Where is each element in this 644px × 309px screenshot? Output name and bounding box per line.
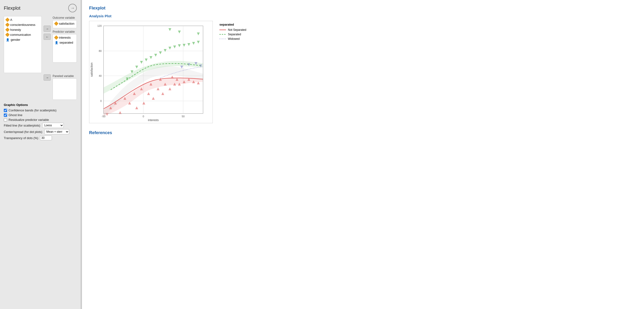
svg-text:80: 80 — [99, 50, 102, 52]
outcome-variable-drop[interactable]: satisfaction — [52, 20, 77, 28]
legend-label-separated: Separated — [228, 33, 241, 36]
var-label-a: A — [10, 18, 12, 22]
svg-text:interests: interests — [148, 118, 158, 122]
var-item-conscientiousness[interactable]: conscientiousness — [4, 22, 42, 27]
outcome-variable-section: Outcome variable satisfaction — [52, 16, 77, 28]
arrow-right-button[interactable]: → — [44, 26, 51, 32]
predictor-var-separated-label: separated — [60, 41, 73, 44]
diamond-icon — [54, 21, 58, 26]
predictor-var-interests: interests — [54, 35, 75, 40]
paneled-section: Paneled variable — [52, 74, 77, 100]
var-item-gender[interactable]: 👤 gender — [4, 37, 42, 42]
predictor-variable-label: Predictor variable — [52, 30, 77, 34]
transparency-input[interactable] — [40, 136, 52, 140]
nav-arrow-button[interactable]: → — [68, 4, 77, 12]
references-title: References — [89, 130, 637, 135]
ghost-line-checkbox[interactable] — [4, 114, 7, 117]
arrow-buttons: → ← — [44, 16, 51, 40]
plot-area: 120 80 40 0 -50 0 50 satisfaction intere… — [89, 21, 213, 123]
right-panel: Flexplot Analysis Plot — [82, 0, 644, 309]
legend-area: separated Not Separated Separated Widowe… — [216, 21, 249, 44]
diamond-icon — [5, 32, 10, 37]
legend-title: separated — [220, 23, 246, 26]
paneled-variable-drop[interactable] — [52, 78, 77, 100]
var-label-gender: gender — [11, 38, 20, 42]
svg-text:50: 50 — [182, 115, 184, 118]
svg-text:40: 40 — [99, 74, 102, 77]
person-icon-gender: 👤 — [6, 38, 10, 42]
legend-item-not-separated: Not Separated — [220, 28, 246, 32]
var-label-conscientiousness: conscientiousness — [10, 23, 35, 26]
variable-list[interactable]: A conscientiousness honesty communicatio… — [4, 16, 42, 73]
residualize-checkbox[interactable] — [4, 118, 7, 122]
fitted-line-row: Fitted line (for scatterplots) Loess Reg… — [4, 123, 77, 128]
ghost-line-row: Ghost line — [4, 113, 77, 117]
graphic-options-title: Graphic Options — [4, 103, 77, 107]
diamond-icon — [5, 18, 10, 22]
left-panel: Flexplot → A conscientiousness honesty c… — [0, 0, 80, 309]
legend-line-separated-svg — [220, 33, 226, 36]
predictor-variable-section: Predictor variable interests 👤 separated — [52, 30, 77, 62]
outcome-var-satisfaction: satisfaction — [54, 21, 75, 26]
legend-line-not-separated-svg — [220, 28, 226, 31]
app-title: Flexplot — [4, 6, 20, 11]
app-title-bar: Flexplot → — [4, 4, 77, 12]
svg-text:0: 0 — [143, 115, 144, 118]
legend-item-widowed: Widowed — [220, 37, 246, 40]
transparency-row: Transparency of dots (%) — [4, 136, 77, 140]
paneled-variable-label: Paneled variable — [52, 74, 77, 78]
references-section: References — [89, 130, 637, 135]
residualize-label: Residualize predictor variable — [8, 118, 49, 122]
confidence-bands-label: Confidence bands (for scatterplots) — [8, 108, 56, 112]
graphic-options: Graphic Options Confidence bands (for sc… — [4, 103, 77, 142]
fitted-line-select[interactable]: Loess Regression Quadratic Cubic None — [42, 123, 64, 128]
variables-row: A conscientiousness honesty communicatio… — [4, 16, 77, 73]
analysis-plot-title: Analysis Plot — [89, 14, 637, 18]
ghost-line-label: Ghost line — [8, 113, 22, 117]
fitted-line-label: Fitted line (for scatterplots) — [4, 124, 40, 127]
svg-text:0: 0 — [100, 100, 102, 102]
chart-svg: 120 80 40 0 -50 0 50 satisfaction intere… — [89, 21, 212, 123]
center-spread-label: Center/spread (for dot plots) — [4, 130, 42, 134]
person-icon-separated: 👤 — [55, 41, 58, 44]
outcome-var-satisfaction-label: satisfaction — [59, 22, 74, 25]
legend-label-not-separated: Not Separated — [228, 28, 246, 32]
right-panel-title: Flexplot — [89, 6, 637, 11]
residualize-row: Residualize predictor variable — [4, 118, 77, 122]
outcome-variable-label: Outcome variable — [52, 16, 77, 20]
diamond-icon — [5, 28, 10, 32]
diamond-icon — [5, 22, 10, 27]
var-label-communication: communication — [10, 33, 31, 36]
arrow-left-button[interactable]: ← — [44, 34, 51, 40]
right-vars: Outcome variable satisfaction Predictor … — [52, 16, 77, 62]
center-spread-select[interactable]: Mean + sterr Mean + SD Median + IQR — [44, 129, 69, 134]
confidence-bands-checkbox[interactable] — [4, 109, 7, 112]
plot-container: 120 80 40 0 -50 0 50 satisfaction intere… — [89, 21, 637, 123]
legend-line-widowed-svg — [220, 38, 226, 40]
var-item-communication[interactable]: communication — [4, 32, 42, 37]
arrow-right-paneled-button[interactable]: → — [44, 74, 51, 80]
svg-text:satisfaction: satisfaction — [90, 62, 93, 77]
arrow-btn-paneled: → — [44, 74, 51, 80]
predictor-var-separated: 👤 separated — [54, 40, 75, 45]
diamond-icon — [54, 35, 58, 40]
confidence-bands-row: Confidence bands (for scatterplots) — [4, 108, 77, 112]
svg-text:120: 120 — [98, 24, 102, 27]
transparency-label: Transparency of dots (%) — [4, 136, 38, 140]
var-label-honesty: honesty — [10, 28, 21, 32]
paneled-row: → Paneled variable — [4, 74, 77, 100]
center-spread-row: Center/spread (for dot plots) Mean + ste… — [4, 129, 77, 134]
var-item-a[interactable]: A — [4, 17, 42, 22]
predictor-variable-drop[interactable]: interests 👤 separated — [52, 34, 77, 62]
legend-label-widowed: Widowed — [228, 37, 240, 40]
predictor-var-interests-label: interests — [59, 36, 70, 39]
var-item-honesty[interactable]: honesty — [4, 27, 42, 32]
legend-item-separated: Separated — [220, 33, 246, 36]
